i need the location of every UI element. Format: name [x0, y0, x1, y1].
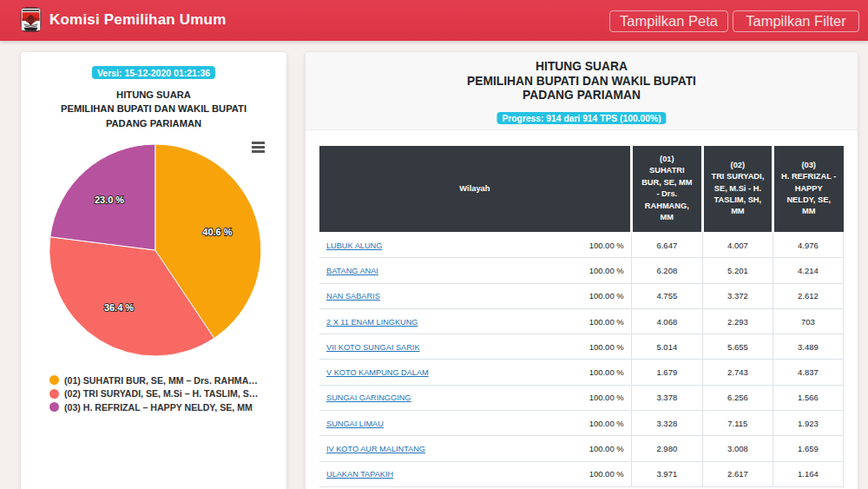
svg-text:23.0 %: 23.0 % [95, 195, 124, 205]
svg-text:40.6 %: 40.6 % [202, 227, 232, 237]
svg-text:36.4 %: 36.4 % [104, 302, 134, 313]
